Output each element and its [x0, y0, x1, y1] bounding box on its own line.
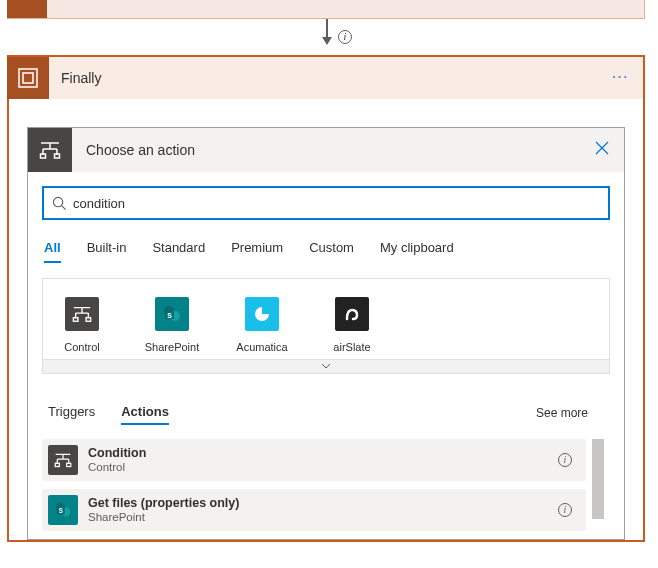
- close-icon: [594, 140, 610, 156]
- arrow-info-icon[interactable]: i: [338, 30, 352, 44]
- svg-rect-11: [55, 463, 59, 466]
- connector-sharepoint[interactable]: S SharePoint: [139, 297, 205, 353]
- action-info-icon[interactable]: i: [558, 503, 572, 517]
- action-list: Condition Control i S Get files (propert…: [42, 439, 610, 531]
- connector-label: airSlate: [319, 341, 385, 353]
- svg-text:S: S: [167, 312, 172, 319]
- action-title: Condition: [88, 446, 146, 461]
- svg-rect-5: [73, 318, 78, 322]
- connector-grid-panel: Control S SharePoint Acumat: [42, 278, 610, 374]
- svg-rect-2: [41, 154, 46, 158]
- action-subtitle: SharePoint: [88, 511, 239, 525]
- svg-point-4: [53, 197, 62, 206]
- picker-title: Choose an action: [86, 142, 195, 158]
- sharepoint-icon: S: [48, 495, 78, 525]
- frame-icon: [18, 68, 38, 88]
- see-more-link[interactable]: See more: [536, 406, 588, 420]
- connector-airslate[interactable]: airSlate: [319, 297, 385, 353]
- picker-header-icon: [28, 128, 72, 172]
- svg-rect-0: [19, 69, 37, 87]
- svg-rect-6: [86, 318, 91, 322]
- control-icon: [65, 297, 99, 331]
- sharepoint-icon: S: [155, 297, 189, 331]
- search-box[interactable]: [42, 186, 610, 220]
- search-icon: [52, 196, 67, 211]
- action-condition[interactable]: Condition Control i: [42, 439, 586, 481]
- block-icon: [7, 57, 49, 99]
- picker-body: All Built-in Standard Premium Custom My …: [28, 172, 624, 531]
- action-picker: Choose an action All Buil: [27, 127, 625, 540]
- filter-tabs: All Built-in Standard Premium Custom My …: [42, 234, 610, 264]
- tab-all[interactable]: All: [44, 234, 61, 263]
- connector-control[interactable]: Control: [49, 297, 115, 353]
- block-body: Choose an action All Buil: [9, 99, 643, 540]
- sub-tab-triggers[interactable]: Triggers: [48, 400, 95, 425]
- finally-block: Finally ··· Choose an action: [7, 55, 645, 542]
- chevron-down-icon: [321, 362, 331, 370]
- tab-clipboard[interactable]: My clipboard: [380, 234, 454, 263]
- action-text: Condition Control: [88, 446, 146, 475]
- sub-tab-actions[interactable]: Actions: [121, 400, 169, 425]
- tab-premium[interactable]: Premium: [231, 234, 283, 263]
- block-more-button[interactable]: ···: [612, 69, 629, 84]
- svg-rect-12: [67, 463, 71, 466]
- branch-icon: [39, 139, 61, 161]
- action-info-icon[interactable]: i: [558, 453, 572, 467]
- tab-custom[interactable]: Custom: [309, 234, 354, 263]
- svg-rect-1: [23, 73, 33, 83]
- connector-label: Acumatica: [229, 341, 295, 353]
- connector-label: SharePoint: [139, 341, 205, 353]
- trigger-action-tabs: Triggers Actions See more: [42, 400, 610, 425]
- control-icon: [48, 445, 78, 475]
- connector-expander[interactable]: [43, 359, 609, 373]
- block-header[interactable]: Finally ···: [9, 57, 643, 99]
- flow-arrow: [326, 19, 328, 43]
- action-list-scrollbar[interactable]: [592, 439, 604, 531]
- airslate-icon: [335, 297, 369, 331]
- connector-acumatica[interactable]: Acumatica: [229, 297, 295, 353]
- previous-block-stub: [7, 0, 645, 19]
- picker-header: Choose an action: [28, 128, 624, 172]
- action-subtitle: Control: [88, 461, 146, 475]
- tab-standard[interactable]: Standard: [152, 234, 205, 263]
- action-text: Get files (properties only) SharePoint: [88, 496, 239, 525]
- acumatica-icon: [245, 297, 279, 331]
- tab-built-in[interactable]: Built-in: [87, 234, 127, 263]
- scrollbar-thumb[interactable]: [592, 439, 604, 519]
- svg-text:S: S: [59, 507, 63, 514]
- action-get-files[interactable]: S Get files (properties only) SharePoint…: [42, 489, 586, 531]
- connector-grid: Control S SharePoint Acumat: [43, 279, 609, 359]
- block-title: Finally: [61, 70, 101, 86]
- svg-rect-3: [55, 154, 60, 158]
- search-input[interactable]: [73, 196, 600, 211]
- picker-close-button[interactable]: [594, 140, 610, 156]
- connector-label: Control: [49, 341, 115, 353]
- previous-block-icon: [7, 0, 47, 18]
- action-title: Get files (properties only): [88, 496, 239, 511]
